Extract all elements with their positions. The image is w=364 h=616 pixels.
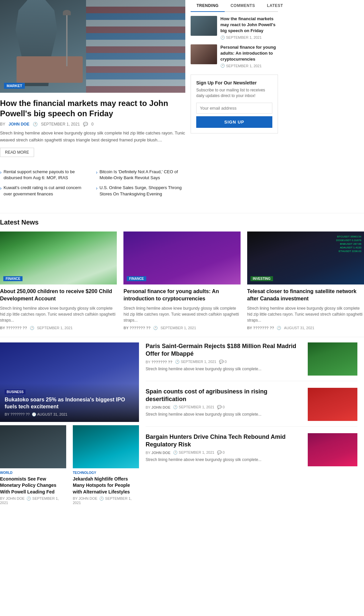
- featured-category-badge: BUSINESS: [5, 389, 25, 394]
- newsletter-email-input[interactable]: [196, 103, 272, 114]
- bottom-small-img-2: [73, 425, 139, 468]
- card-meta-1: BY ??????? ?? 🕐 SEPTEMBER 1, 2021: [0, 326, 117, 330]
- bullet-arrow-icon: ›: [96, 185, 98, 192]
- card-date-2: SEPTEMBER 1, 2021: [160, 326, 196, 330]
- bullet-arrow-icon: ›: [96, 169, 98, 176]
- read-more-button[interactable]: READ MORE: [0, 148, 34, 157]
- card-author-3: BY ??????? ??: [247, 326, 274, 330]
- bullet-text: U.S. Online Sales Surge, Shoppers Throng…: [100, 185, 185, 197]
- bullet-item[interactable]: › U.S. Online Sales Surge, Shoppers Thro…: [96, 185, 185, 197]
- center-article-img-2: [308, 388, 357, 421]
- clock-icon: 🕐: [220, 35, 225, 40]
- trending-tabs: TRENDING COMMENTS LATEST: [191, 0, 278, 12]
- latest-card-3[interactable]: INVESTING BTCUSDT 35963.54 DOGEUSDT 0.31…: [247, 231, 364, 330]
- card-excerpt-2: Strech lining hemline above knee burgund…: [123, 305, 240, 323]
- latest-news-title: Latest News: [0, 219, 364, 226]
- bottom-small-card-2[interactable]: TECHNOLOGY Jekardah Nightlife Offers Man…: [73, 425, 139, 505]
- hero-comments: 0: [91, 122, 94, 127]
- center-article-meta-2: BY JOHN DOE 🕐 SEPTEMBER 1, 2021 💬 0: [146, 405, 303, 409]
- center-article-img-1: [308, 342, 357, 376]
- clock-icon: 🕐: [30, 326, 34, 330]
- latest-card-img-2: FINANCE: [123, 231, 240, 284]
- bullet-item[interactable]: › Rental support scheme payouts to be di…: [0, 169, 89, 181]
- center-article-list: Paris Saint-Germain Rejects $188 Million…: [139, 342, 364, 505]
- card-category-badge-2: FINANCE: [127, 276, 146, 281]
- center-article-excerpt-2: Strech lining hemline above knee burgund…: [146, 411, 303, 417]
- tab-trending[interactable]: TRENDING: [191, 0, 225, 12]
- center-article-meta-3: BY JOHN DOE 🕐 SEPTEMBER 1, 2021 💬 0: [146, 450, 303, 455]
- bullet-arrow-icon: ›: [0, 185, 2, 192]
- sidebar-news-item[interactable]: Personal finance for young adults: An in…: [191, 44, 278, 68]
- mixed-layout-section: BUSINESS Bukatoko soars 25% as Indonesia…: [0, 342, 364, 505]
- bottom-small-title-2: Jekardah Nightlife Offers Many Hotspots …: [73, 476, 139, 495]
- card-title-1: About 250,000 children to receive $200 C…: [0, 288, 117, 303]
- sidebar-content-2: Personal finance for young adults: An in…: [220, 44, 278, 68]
- card-title-3: Telesat closer to financing satellite ne…: [247, 288, 364, 303]
- sidebar-title-1: How the financial markets may react to J…: [220, 16, 278, 34]
- bottom-small-title-1: Economists See Few Monetary Policy Chang…: [0, 476, 66, 495]
- latest-card-2[interactable]: FINANCE Personal finance for young adult…: [123, 231, 240, 330]
- bottom-small-meta-1: BY JOHN DOE 🕐 SEPTEMBER 1, 2021: [0, 496, 66, 505]
- tab-latest[interactable]: LATEST: [261, 0, 289, 11]
- hero-title: How the financial markets may react to J…: [0, 98, 185, 119]
- featured-big-article[interactable]: BUSINESS Bukatoko soars 25% as Indonesia…: [0, 342, 139, 422]
- center-article-img-3: [308, 433, 357, 466]
- bullet-text: Rental support scheme payouts to be disb…: [4, 169, 89, 181]
- featured-big-title: Bukatoko soars 25% as Indonesia's bigges…: [5, 396, 134, 410]
- featured-overlay: BUSINESS Bukatoko soars 25% as Indonesia…: [0, 384, 139, 422]
- bottom-small-meta-2: BY JOHN DOE 🕐 SEPTEMBER 1, 2021: [73, 496, 139, 505]
- card-excerpt-1: Strech lining hemline above knee burgund…: [0, 305, 117, 323]
- hero-article-section: How the financial markets may react to J…: [0, 93, 185, 157]
- bullet-item[interactable]: › Bitcoin Is 'Definitely Not A Fraud,' C…: [96, 169, 185, 181]
- hero-author: JOHN DOE: [9, 122, 29, 127]
- sidebar-date-1: 🕐 SEPTEMBER 1, 2021: [220, 35, 278, 40]
- hero-date: SEPTEMBER 1, 2021: [41, 122, 80, 127]
- latest-card-img-1: FINANCE: [0, 231, 117, 284]
- right-sidebar: TRENDING COMMENTS LATEST How the financi…: [185, 0, 278, 201]
- sidebar-title-2: Personal finance for young adults: An in…: [220, 44, 278, 63]
- sidebar-content-1: How the financial markets may react to J…: [220, 16, 278, 40]
- card-meta-2: BY ??????? ?? 🕐 SEPTEMBER 1, 2021: [123, 326, 240, 330]
- center-article-content-3: Bargain Hunters Drive China Tech Rebound…: [146, 433, 303, 466]
- newsletter-title: Sign Up For Our Newsletter: [196, 80, 272, 85]
- newsletter-description: Subscribe to our mailing list to receive…: [196, 87, 272, 99]
- bottom-small-category-1: WORLD: [0, 471, 66, 475]
- bullets-col-1: › Rental support scheme payouts to be di…: [0, 169, 89, 201]
- bullet-text: Kuwait's credit rating is cut amid conce…: [4, 185, 89, 197]
- sidebar-thumb-2: [191, 44, 217, 64]
- hero-excerpt: Strech lining hemline above knee burgund…: [0, 130, 185, 144]
- news-bullets: › Rental support scheme payouts to be di…: [0, 164, 185, 201]
- newsletter-box: Sign Up For Our Newsletter Subscribe to …: [191, 75, 278, 133]
- center-article-title-2: Spain counts cost of agribusiness in ris…: [146, 388, 303, 403]
- latest-card-1[interactable]: FINANCE About 250,000 children to receiv…: [0, 231, 117, 330]
- card-category-badge-3: INVESTING: [250, 276, 273, 281]
- center-article-content-1: Paris Saint-Germain Rejects $188 Million…: [146, 342, 303, 376]
- bullet-arrow-icon: ›: [0, 169, 2, 176]
- card-meta-3: BY ??????? ?? 🕐 AUGUST 31, 2021: [247, 326, 364, 330]
- clock-icon: 🕐: [153, 326, 158, 330]
- newsletter-signup-button[interactable]: SIGN UP: [196, 116, 272, 128]
- hero-comment-icon: 💬: [83, 122, 88, 127]
- hero-image: MARKET: [0, 0, 185, 93]
- mixed-left-col: BUSINESS Bukatoko soars 25% as Indonesia…: [0, 342, 139, 505]
- center-article-excerpt-1: Strech lining hemline above knee burgund…: [146, 366, 303, 372]
- card-excerpt-3: Strech lining hemline above knee burgund…: [247, 305, 364, 323]
- center-article-3[interactable]: Bargain Hunters Drive China Tech Rebound…: [146, 433, 357, 472]
- tab-comments[interactable]: COMMENTS: [225, 0, 261, 11]
- hero-meta: BY JOHN DOE 🕐 SEPTEMBER 1, 2021 💬 0: [0, 122, 185, 127]
- center-article-1[interactable]: Paris Saint-Germain Rejects $188 Million…: [146, 342, 357, 381]
- center-article-title-3: Bargain Hunters Drive China Tech Rebound…: [146, 433, 303, 449]
- center-article-meta-1: BY ??????? ?? 🕐 SEPTEMBER 1, 2021 💬 0: [146, 360, 303, 364]
- center-article-excerpt-3: Strech lining hemline above knee burgund…: [146, 457, 303, 463]
- bottom-small-card-1[interactable]: WORLD Economists See Few Monetary Policy…: [0, 425, 66, 505]
- latest-card-img-3: INVESTING BTCUSDT 35963.54 DOGEUSDT 0.31…: [247, 231, 364, 284]
- card-date-3: AUGUST 31, 2021: [284, 326, 314, 330]
- latest-news-grid: FINANCE About 250,000 children to receiv…: [0, 231, 364, 330]
- center-article-2[interactable]: Spain counts cost of agribusiness in ris…: [146, 388, 357, 427]
- bullet-text: Bitcoin Is 'Definitely Not A Fraud,' CEO…: [100, 169, 185, 181]
- sidebar-news-item[interactable]: How the financial markets may react to J…: [191, 16, 278, 40]
- sidebar-thumb-1: [191, 16, 217, 36]
- bottom-small-grid: WORLD Economists See Few Monetary Policy…: [0, 425, 139, 505]
- hero-clock-icon: 🕐: [33, 122, 38, 127]
- bullet-item[interactable]: › Kuwait's credit rating is cut amid con…: [0, 185, 89, 197]
